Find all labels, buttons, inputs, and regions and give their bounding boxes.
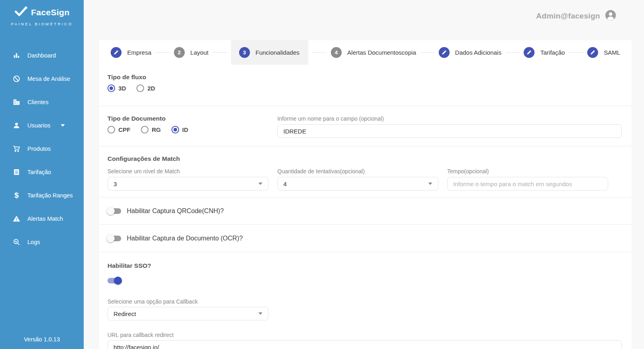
sidebar: FaceSign PAINEL BIOMÉTRICO Dashboard Mes… xyxy=(0,0,84,349)
match-time-label: Tempo(opcional) xyxy=(447,168,489,174)
step-number: 3 xyxy=(239,47,250,58)
chevron-down-icon xyxy=(258,183,262,185)
edit-icon xyxy=(111,47,122,58)
step-label: Funcionalidades xyxy=(256,49,299,56)
brand-name: FaceSign xyxy=(31,8,70,17)
version-label: Versão 1.0.13 xyxy=(0,336,84,343)
radio-2d[interactable]: 2D xyxy=(136,84,155,92)
sidebar-item-label: Dashboard xyxy=(27,52,56,59)
callback-select-label: Selecione uma opção para Callback xyxy=(107,298,622,305)
step-saml[interactable]: SAML xyxy=(587,40,620,65)
qrcode-toggle-label: Habilitar Captura QRCode(CNH)? xyxy=(127,207,224,215)
block-icon xyxy=(12,75,21,83)
step-tarifacao[interactable]: Tarifação xyxy=(524,40,565,65)
sidebar-item-dashboard[interactable]: Dashboard xyxy=(0,44,84,67)
match-attempts-value: 4 xyxy=(283,181,287,187)
topbar: Admin@facesign xyxy=(84,0,644,32)
radio-3d[interactable]: 3D xyxy=(107,84,126,92)
callback-value: Redirect xyxy=(114,310,136,317)
radio-dot xyxy=(171,126,179,133)
step-label: Alertas Documentoscopia xyxy=(347,49,416,56)
sso-toggle[interactable] xyxy=(107,277,121,285)
step-connector xyxy=(506,52,520,53)
step-connector xyxy=(213,52,227,53)
step-label: Empresa xyxy=(127,49,151,56)
step-empresa[interactable]: Empresa xyxy=(111,40,151,65)
chevron-down-icon xyxy=(428,183,432,185)
sidebar-item-tarifacao[interactable]: Tarifação xyxy=(0,160,84,184)
match-level-select[interactable]: 3 xyxy=(107,177,268,191)
callback-select[interactable]: Redirect xyxy=(107,307,268,320)
sso-section: Habilitar SSO? Selecione uma opção para … xyxy=(99,252,632,349)
step-number: 2 xyxy=(174,47,185,58)
wizard-card: Empresa 2 Layout 3 Funcionalidades 4 Ale… xyxy=(99,40,632,349)
match-settings-section: Configurações de Match Selecione um níve… xyxy=(99,146,632,197)
step-dados-adicionais[interactable]: Dados Adicionais xyxy=(439,40,502,65)
callback-url-input[interactable] xyxy=(107,340,622,349)
chevron-down-icon xyxy=(61,124,65,127)
logged-user-label: Admin@facesign xyxy=(536,12,600,21)
step-connector xyxy=(312,52,327,53)
avatar[interactable] xyxy=(605,10,616,23)
radio-dot xyxy=(107,84,115,92)
document-type-title: Tipo de Documento xyxy=(107,115,277,122)
step-funcionalidades[interactable]: 3 Funcionalidades xyxy=(231,40,308,65)
sidebar-item-label: Clientes xyxy=(27,99,48,105)
dollar-icon: $ xyxy=(12,191,21,200)
edit-icon xyxy=(439,47,450,58)
step-label: Layout xyxy=(190,49,208,56)
edit-icon xyxy=(524,47,535,58)
sidebar-item-clientes[interactable]: Clientes xyxy=(0,90,84,114)
toggle-knob xyxy=(107,234,115,242)
log-search-icon xyxy=(12,238,21,246)
match-time-input[interactable] xyxy=(447,177,608,191)
sidebar-nav: Dashboard Mesa de Análise xyxy=(0,44,84,254)
radio-label: ID xyxy=(182,126,188,133)
toggle-knob xyxy=(107,207,115,215)
flow-type-title: Tipo de fluxo xyxy=(107,74,622,81)
flow-type-section: Tipo de fluxo 3D 2D xyxy=(99,65,632,106)
ocr-toggle[interactable] xyxy=(107,234,121,242)
step-label: Dados Adicionais xyxy=(455,49,502,56)
sidebar-item-label: Alertas Match xyxy=(27,216,63,222)
sidebar-item-label: Mesa de Análise xyxy=(27,76,70,82)
sidebar-item-alertas-match[interactable]: Alertas Match xyxy=(0,207,84,230)
step-label: SAML xyxy=(604,49,620,56)
step-alertas-documentoscopia[interactable]: 4 Alertas Documentoscopia xyxy=(331,40,416,65)
callback-url-label: URL para callback redirect xyxy=(107,332,622,338)
bar-chart-icon xyxy=(12,51,21,60)
ocr-toggle-label: Habilitar Captura de Documento (OCR)? xyxy=(127,235,243,242)
radio-dot xyxy=(107,126,115,133)
radio-rg[interactable]: RG xyxy=(141,126,161,133)
sidebar-item-usuarios[interactable]: Usuarios xyxy=(0,114,84,137)
cart-icon xyxy=(12,145,21,153)
ocr-toggle-row: Habilitar Captura de Documento (OCR)? xyxy=(99,225,632,252)
field-name-label: Informe um nome para o campo (opcional) xyxy=(277,115,384,122)
document-type-section: Tipo de Documento CPF RG ID Informe um n… xyxy=(99,106,632,146)
sidebar-item-tarifacao-ranges[interactable]: $ Tarifação Ranges xyxy=(0,184,84,207)
stepper: Empresa 2 Layout 3 Funcionalidades 4 Ale… xyxy=(99,40,632,65)
match-attempts-select[interactable]: 4 xyxy=(277,177,438,191)
radio-label: RG xyxy=(152,126,161,133)
radio-cpf[interactable]: CPF xyxy=(107,126,130,133)
sidebar-item-label: Logs xyxy=(27,239,40,245)
toggle-knob xyxy=(114,277,122,285)
person-icon xyxy=(12,121,21,129)
step-label: Tarifação xyxy=(540,49,565,56)
building-icon xyxy=(12,98,21,106)
match-attempts-label: Quantidade de tentativas(opcional) xyxy=(277,168,365,174)
brand: FaceSign xyxy=(0,0,84,18)
radio-id[interactable]: ID xyxy=(171,126,188,133)
radio-dot xyxy=(136,84,144,92)
sidebar-item-mesa-de-analise[interactable]: Mesa de Análise xyxy=(0,67,84,90)
warning-icon xyxy=(12,215,21,223)
edit-icon xyxy=(587,47,598,58)
field-name-input[interactable] xyxy=(277,124,622,138)
step-layout[interactable]: 2 Layout xyxy=(174,40,208,65)
sidebar-item-logs[interactable]: Logs xyxy=(0,230,84,254)
sidebar-item-label: Produtos xyxy=(27,146,51,152)
sidebar-item-label: Tarifação Ranges xyxy=(27,192,73,199)
sidebar-item-produtos[interactable]: Produtos xyxy=(0,137,84,160)
sidebar-item-label: Tarifação xyxy=(27,169,51,175)
qrcode-toggle[interactable] xyxy=(107,207,121,215)
